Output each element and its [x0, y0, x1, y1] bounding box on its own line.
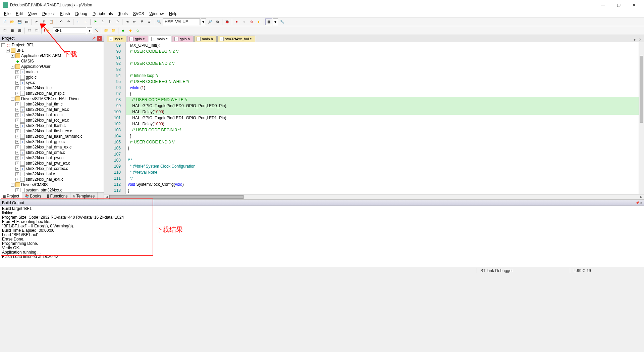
panel-close-icon[interactable]: ×: [97, 36, 102, 41]
download-button[interactable]: ⬇⚡: [43, 27, 50, 34]
manage-button[interactable]: 📁: [103, 27, 109, 34]
tree-node[interactable]: +cstm32f4xx_hal_pwr.c: [1, 155, 103, 161]
menu-project[interactable]: Project: [40, 11, 57, 17]
tree-node[interactable]: +csys.c: [1, 80, 103, 85]
tree-node[interactable]: +cstm32f4xx_it.c: [1, 85, 103, 91]
minimize-button[interactable]: —: [596, 0, 610, 10]
comment-button[interactable]: //: [139, 18, 145, 25]
uncomment-button[interactable]: //: [146, 18, 153, 25]
menu-flash[interactable]: Flash: [57, 11, 72, 17]
tree-node[interactable]: −BF1: [1, 48, 103, 53]
outdent-button[interactable]: ⇤: [131, 18, 138, 25]
editor-hscroll[interactable]: ◂ ▸: [104, 194, 644, 200]
bp-enable-button[interactable]: ◐: [256, 18, 262, 25]
rebuild-button[interactable]: ▩: [16, 27, 23, 34]
tree-node[interactable]: −⬚Project: BF1: [1, 42, 103, 48]
maximize-button[interactable]: ▢: [611, 0, 626, 10]
vscroll-thumb[interactable]: [640, 56, 643, 123]
tree-node[interactable]: +cstm32f4xx_hal_tim_ex.c: [1, 107, 103, 112]
menu-view[interactable]: View: [25, 11, 40, 17]
pack-button[interactable]: ◆: [120, 27, 126, 34]
nav-fwd-button[interactable]: →: [82, 18, 89, 25]
window-dd[interactable]: ▾: [273, 18, 278, 25]
editor-tab-stm32f4xx_hal-c[interactable]: cstm32f4xx_hal.c: [217, 36, 255, 42]
hscroll-right[interactable]: ▸: [639, 194, 644, 200]
pack2-button[interactable]: ◆: [127, 27, 134, 34]
new-button[interactable]: 📄: [1, 18, 8, 25]
redo-button[interactable]: ↷: [65, 18, 72, 25]
tab-dropdown-icon[interactable]: ▾: [632, 37, 637, 42]
editor-tab-main-h[interactable]: cmain.h: [194, 36, 217, 42]
tree-node[interactable]: +cstm32f4xx_hal_msp.c: [1, 91, 103, 96]
target-select[interactable]: BF1: [53, 27, 86, 34]
build-body[interactable]: Build target 'BF1'linking...Program Size…: [0, 206, 644, 267]
bp-disable-button[interactable]: ○: [241, 18, 248, 25]
editor-tab-main-c[interactable]: cmain.c: [149, 36, 171, 42]
tree-node[interactable]: +cstm32f4xx_hal_flash_ramfunc.c: [1, 134, 103, 139]
tree-node[interactable]: +cstm32f4xx_hal_gpio.c: [1, 139, 103, 144]
pin-icon[interactable]: 📌: [92, 37, 96, 40]
build-button[interactable]: ▦: [9, 27, 15, 34]
editor-vscroll[interactable]: [639, 42, 644, 194]
project-tab-project[interactable]: ▦Project: [0, 192, 22, 200]
tree-node[interactable]: +cstm32f4xx_hal_exti.c: [1, 177, 103, 182]
tree-node[interactable]: +cstm32f4xx_hal_rcc.c: [1, 112, 103, 118]
paste-button[interactable]: 📋: [48, 18, 55, 25]
replace-button[interactable]: ⧉: [214, 18, 221, 25]
tree-node[interactable]: +cstm32f4xx_hal_dma.c: [1, 150, 103, 155]
close-button[interactable]: ✕: [627, 0, 641, 10]
tree-node[interactable]: +Application/MDK-ARM: [1, 53, 103, 58]
bookmark-button[interactable]: ⚑: [92, 18, 99, 25]
open-button[interactable]: 📂: [9, 18, 15, 25]
target-dd[interactable]: ▾: [87, 27, 92, 34]
stop-build-button[interactable]: ⬚: [33, 27, 40, 34]
menu-window[interactable]: Window: [147, 11, 166, 17]
batch-build-button[interactable]: ⬚: [26, 27, 33, 34]
tree-node[interactable]: −Drivers/STM32F4xx_HAL_Driver: [1, 96, 103, 101]
pack3-button[interactable]: ◇: [135, 27, 141, 34]
debug-button[interactable]: 🐞: [224, 18, 230, 25]
find-icon[interactable]: 🔍: [156, 18, 162, 25]
editor-tab-gpio-c[interactable]: cgpio.c: [127, 36, 148, 42]
project-tab-books[interactable]: 📚Books: [22, 192, 44, 200]
menu-debug[interactable]: Debug: [73, 11, 90, 17]
nav-back-button[interactable]: ←: [75, 18, 82, 25]
config-button[interactable]: 🔧: [279, 18, 285, 25]
tree-node[interactable]: +cstm32f4xx_hal_dma_ex.c: [1, 144, 103, 150]
indent-button[interactable]: ⇥: [124, 18, 130, 25]
save-button[interactable]: 💾: [16, 18, 23, 25]
source[interactable]: MX_GPIO_Init(); /* USER CODE BEGIN 2 */ …: [126, 42, 644, 194]
hscroll-left[interactable]: ◂: [104, 194, 109, 200]
bm-clear-button[interactable]: ⚐: [114, 18, 121, 25]
copy-button[interactable]: ⎘: [41, 18, 47, 25]
find-dd[interactable]: ▾: [201, 18, 206, 25]
project-tab-templates[interactable]: ⎘Templates: [70, 192, 98, 200]
breakpoint-button[interactable]: ●: [233, 18, 240, 25]
translate-button[interactable]: ⬚: [1, 27, 8, 34]
tree-node[interactable]: +cstm32f4xx_hal_cortex.c: [1, 166, 103, 171]
tree-node[interactable]: +cmain.c: [1, 69, 103, 75]
menu-help[interactable]: Help: [166, 11, 180, 17]
tree-node[interactable]: +cstm32f4xx_hal_pwr_ex.c: [1, 161, 103, 166]
project-tab-functions[interactable]: {}Functions: [44, 192, 71, 200]
editor-tab-sys-c[interactable]: csys.c: [107, 36, 126, 42]
bm-prev-button[interactable]: ⚐: [99, 18, 106, 25]
editor-tab-gpio-h[interactable]: cgpio.h: [172, 36, 194, 42]
target-options-button[interactable]: 🔨: [93, 27, 100, 34]
menu-svcs[interactable]: SVCS: [130, 11, 147, 17]
tree-node[interactable]: −Drivers/CMSIS: [1, 182, 103, 187]
tree-node[interactable]: +cstm32f4xx_hal_flash_ex.c: [1, 128, 103, 134]
tree-node[interactable]: +cstm32f4xx_hal.c: [1, 171, 103, 177]
window-button[interactable]: ▦: [265, 18, 272, 25]
cut-button[interactable]: ✂: [33, 18, 40, 25]
build-close-icon[interactable]: ×: [640, 201, 642, 205]
manage2-button[interactable]: 📁: [110, 27, 117, 34]
tree-node[interactable]: +cstm32f4xx_hal_flash.c: [1, 123, 103, 128]
project-tree[interactable]: −⬚Project: BF1−BF1+Application/MDK-ARM◆C…: [0, 42, 104, 192]
find-next-button[interactable]: 🔎: [207, 18, 213, 25]
code-area[interactable]: 8990919293949596979899100101102103104105…: [104, 42, 644, 194]
menu-file[interactable]: File: [1, 11, 13, 17]
undo-button[interactable]: ↶: [58, 18, 64, 25]
find-combo[interactable]: HSE_VALUE: [163, 18, 200, 25]
tree-node[interactable]: −Application/User: [1, 64, 103, 69]
